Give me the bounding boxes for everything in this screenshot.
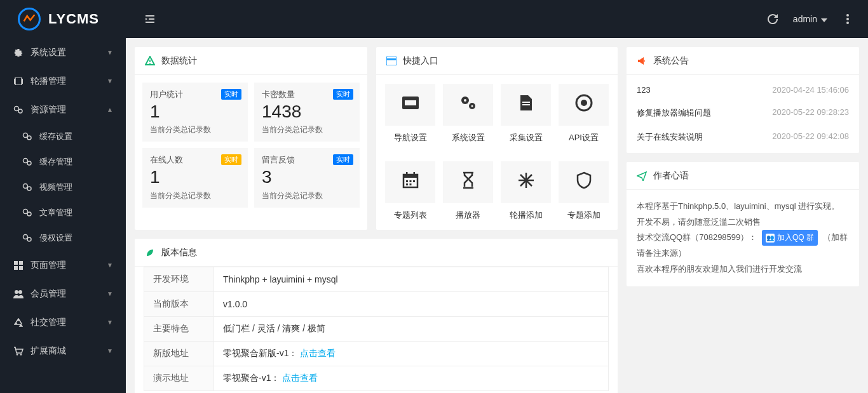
sidebar-item[interactable]: 会员管理▼ — [0, 279, 126, 308]
sidebar-item[interactable]: 社交管理▼ — [0, 308, 126, 336]
sidebar: 系统设置▼轮播管理▼资源管理▲缓存设置缓存管理视频管理文章管理侵权设置页面管理▼… — [0, 38, 126, 393]
chevron-down-icon: ▼ — [107, 290, 113, 297]
sidebar-toggle-button[interactable] — [137, 6, 163, 32]
qq-icon: 👥 — [766, 234, 775, 243]
user-name: admin — [793, 14, 817, 24]
sidebar-item[interactable]: 资源管理▲ — [0, 95, 126, 124]
author-line: 开发不易，请勿随意泛滥二次销售 — [637, 215, 849, 230]
stat-desc: 当前分类总记录数 — [150, 124, 240, 135]
announce-item[interactable]: 1232020-04-24 15:46:06 — [627, 79, 859, 101]
author-body: 本程序基于Thinkphp.5.0、layuimini、mysql 进行实现。 … — [627, 190, 859, 286]
svg-rect-20 — [14, 266, 18, 270]
announce-item[interactable]: 关于在线安装说明2020-05-22 09:42:08 — [627, 125, 859, 149]
svg-point-8 — [24, 133, 28, 138]
sidebar-subitem[interactable]: 视频管理 — [22, 175, 126, 200]
svg-rect-21 — [19, 266, 23, 270]
version-link[interactable]: 点击查看 — [282, 373, 318, 383]
quick-item[interactable] — [385, 84, 435, 126]
svg-point-39 — [581, 100, 587, 106]
svg-point-2 — [846, 22, 849, 24]
sidebar-item[interactable]: 扩展商城▼ — [0, 336, 126, 365]
sidebar-item-label: 页面管理 — [31, 260, 107, 271]
cogs-icon — [22, 183, 33, 192]
sidebar-item[interactable]: 页面管理▼ — [0, 251, 126, 279]
qq-join-button[interactable]: 👥 加入QQ 群 — [762, 230, 818, 246]
quick-item[interactable] — [501, 84, 551, 126]
svg-rect-4 — [14, 79, 15, 84]
announce-item[interactable]: 修复播放器编辑问题2020-05-22 09:28:23 — [627, 101, 859, 125]
panel-title: 快捷入口 — [403, 55, 438, 67]
megaphone-icon — [637, 56, 647, 66]
leaf-icon — [145, 248, 155, 258]
quick-item[interactable] — [559, 161, 609, 203]
quick-item-label: 采集设置 — [501, 132, 551, 143]
svg-point-6 — [15, 106, 19, 110]
quick-item[interactable] — [501, 161, 551, 203]
svg-rect-44 — [406, 180, 408, 182]
realtime-badge: 实时 — [333, 154, 353, 165]
quick-item-label: 导航设置 — [385, 132, 435, 143]
brand-logo[interactable]: LYCMS — [0, 0, 126, 38]
version-value: 零视聚合-v1： 点击查看 — [214, 366, 609, 391]
sidebar-item[interactable]: 系统设置▼ — [0, 38, 126, 67]
plane-icon — [637, 171, 647, 181]
announce-date: 2020-05-22 09:28:23 — [772, 107, 849, 119]
quick-item[interactable] — [443, 161, 493, 203]
nav-icon — [401, 95, 420, 115]
quick-item[interactable] — [443, 84, 493, 126]
version-value: v1.0.0 — [214, 292, 609, 317]
sidebar-item-label: 缓存管理 — [39, 156, 113, 168]
announce-date: 2020-04-24 15:46:06 — [772, 85, 849, 95]
svg-point-14 — [24, 210, 28, 214]
more-button[interactable] — [834, 0, 862, 38]
cogs-icon — [13, 105, 24, 114]
announce-panel: 系统公告 1232020-04-24 15:46:06修复播放器编辑问题2020… — [627, 47, 859, 153]
sidebar-subitem[interactable]: 侵权设置 — [22, 225, 126, 251]
header-left — [126, 6, 759, 32]
refresh-icon — [768, 14, 778, 24]
svg-rect-27 — [149, 63, 151, 64]
svg-point-35 — [471, 105, 473, 107]
svg-rect-3 — [15, 77, 22, 85]
logo-icon — [18, 8, 41, 30]
version-key: 演示地址 — [144, 366, 214, 391]
svg-rect-5 — [22, 79, 24, 84]
card-icon — [386, 56, 397, 66]
quick-item[interactable] — [385, 161, 435, 203]
sidebar-item-label: 扩展商城 — [31, 345, 107, 357]
svg-rect-41 — [403, 175, 417, 178]
announce-panel-header: 系统公告 — [627, 47, 859, 75]
refresh-button[interactable] — [759, 0, 787, 38]
svg-rect-46 — [413, 180, 415, 182]
warning-icon — [145, 56, 155, 66]
sidebar-item-label: 社交管理 — [31, 317, 107, 328]
version-link[interactable]: 点击查看 — [300, 348, 336, 358]
user-menu[interactable]: admin — [787, 0, 834, 38]
stat-card: 实时在线人数1当前分类总记录数 — [142, 148, 248, 207]
quick-item[interactable] — [559, 84, 609, 126]
svg-rect-31 — [405, 100, 416, 105]
sidebar-item[interactable]: 轮播管理▼ — [0, 67, 126, 95]
svg-rect-45 — [409, 180, 411, 182]
grid-icon — [13, 261, 24, 270]
sidebar-item-label: 资源管理 — [31, 104, 107, 116]
sidebar-item-label: 视频管理 — [39, 182, 113, 193]
stat-value: 3 — [262, 166, 352, 189]
quick-panel: 快捷入口 导航设置系统设置采集设置API设置专题列表播放器轮播添加专题添加 — [376, 47, 618, 230]
more-vertical-icon — [846, 14, 849, 24]
caret-down-icon — [821, 14, 827, 24]
sidebar-subitem[interactable]: 缓存管理 — [22, 149, 126, 175]
sidebar-subitem[interactable]: 文章管理 — [22, 200, 126, 225]
announce-date: 2020-05-22 09:42:08 — [772, 131, 849, 143]
cogs-icon — [459, 95, 477, 116]
author-line: 本程序基于Thinkphp.5.0、layuimini、mysql 进行实现。 — [637, 199, 849, 215]
svg-rect-47 — [406, 183, 408, 185]
panel-title: 作者心语 — [653, 170, 689, 182]
gear-icon — [13, 48, 24, 57]
realtime-badge: 实时 — [221, 89, 241, 100]
version-row: 当前版本v1.0.0 — [144, 292, 609, 317]
svg-point-13 — [27, 187, 31, 190]
svg-point-15 — [27, 212, 31, 216]
version-panel-header: 版本信息 — [135, 239, 618, 267]
sidebar-subitem[interactable]: 缓存设置 — [22, 124, 126, 149]
